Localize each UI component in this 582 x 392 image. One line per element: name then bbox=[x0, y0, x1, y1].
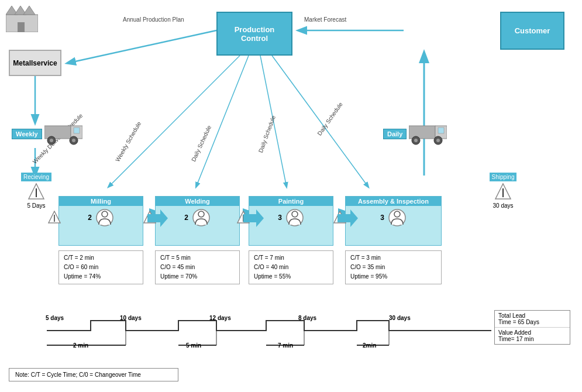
timeline-min-2: 2 min bbox=[73, 342, 88, 349]
milling-co: C/O = 60 min bbox=[64, 263, 138, 272]
recieving-label: Recieving bbox=[21, 173, 51, 181]
note-box: Note: C/T = Cycle Time; C/0 = Changeover… bbox=[9, 368, 178, 381]
milling-header: Milling bbox=[59, 197, 143, 206]
market-forecast-label: Market Forecast bbox=[304, 16, 346, 23]
painting-ct: C/T = 7 min bbox=[254, 253, 328, 263]
svg-rect-25 bbox=[44, 126, 71, 139]
welding-body: 2 bbox=[156, 206, 239, 229]
timeline-min-2b: 2min bbox=[363, 342, 376, 349]
push-arrow-3 bbox=[338, 209, 358, 228]
painting-header: Painting bbox=[249, 197, 333, 206]
svg-rect-32 bbox=[409, 126, 435, 139]
svg-line-1 bbox=[67, 30, 216, 63]
shipping-label: Shipping bbox=[490, 173, 517, 181]
milling-body: 2 bbox=[59, 206, 143, 229]
welding-metrics: C/T = 5 min C/O = 45 min Uptime = 70% bbox=[155, 250, 240, 284]
shipping-triangle bbox=[480, 183, 526, 201]
daily-schedule-label-1: Daily Schedule bbox=[190, 125, 212, 163]
svg-line-8 bbox=[272, 56, 369, 187]
timeline-min-5: 5 min bbox=[186, 342, 201, 349]
value-added-row: Value AddedTime= 17 min bbox=[495, 328, 570, 344]
svg-marker-61 bbox=[338, 209, 358, 227]
welding-operator-icon bbox=[192, 208, 211, 227]
svg-line-5 bbox=[108, 56, 240, 187]
assembly-header: Assembly & Inspection bbox=[346, 197, 441, 206]
daily-schedule-label-3: Daily Schedule bbox=[316, 101, 343, 137]
svg-point-44 bbox=[102, 211, 108, 217]
svg-point-56 bbox=[394, 211, 400, 217]
total-lead-row: Total LeadTime = 65 Days bbox=[495, 311, 570, 328]
assembly-body: 3 bbox=[346, 206, 441, 229]
milling-metrics: C/T = 2 min C/O = 60 min Uptime = 74% bbox=[58, 250, 143, 284]
assembly-uptime: Uptime = 95% bbox=[350, 272, 436, 281]
timeline-days-5: 5 days bbox=[46, 315, 64, 321]
assembly-box: Assembly & Inspection 3 bbox=[345, 196, 442, 246]
svg-line-6 bbox=[196, 56, 249, 187]
push-arrow-1 bbox=[147, 209, 168, 228]
assembly-operators: 3 bbox=[380, 214, 384, 222]
painting-uptime: Uptime = 55% bbox=[254, 272, 328, 281]
timeline-days-10: 10 days bbox=[120, 315, 142, 321]
svg-point-38 bbox=[436, 139, 440, 142]
painting-co: C/O = 40 min bbox=[254, 263, 328, 272]
painting-metrics: C/T = 7 min C/O = 40 min Uptime = 55% bbox=[249, 250, 333, 284]
svg-point-29 bbox=[50, 139, 53, 142]
svg-rect-34 bbox=[438, 128, 444, 133]
welding-ct: C/T = 5 min bbox=[160, 253, 235, 263]
svg-point-48 bbox=[198, 211, 204, 217]
assembly-operator-icon bbox=[388, 208, 407, 227]
daily-label: Daily bbox=[383, 129, 407, 139]
welding-uptime: Uptime = 70% bbox=[160, 272, 235, 281]
svg-rect-27 bbox=[74, 128, 80, 133]
svg-point-31 bbox=[72, 139, 75, 142]
days-5-label: 5 Days bbox=[13, 202, 60, 209]
push-arrow-2 bbox=[243, 209, 264, 228]
daily-truck: Daily bbox=[383, 123, 447, 145]
svg-point-52 bbox=[292, 211, 298, 217]
welding-header: Welding bbox=[156, 197, 239, 206]
production-control-box: Production Control bbox=[216, 12, 292, 56]
daily-schedule-label-2: Daily Schedule bbox=[257, 115, 277, 153]
milling-inv-left bbox=[48, 211, 61, 225]
weekly-schedule-label: Weekly Schedule bbox=[114, 121, 142, 163]
welding-operators: 2 bbox=[184, 214, 188, 222]
weekly-truck: Weekly bbox=[12, 123, 82, 145]
assembly-co: C/O = 35 min bbox=[350, 263, 436, 272]
metalservice-box: Metallservice bbox=[9, 50, 61, 76]
welding-co: C/O = 45 min bbox=[160, 263, 235, 272]
customer-box: Customer bbox=[500, 12, 564, 50]
painting-operator-icon bbox=[285, 208, 304, 227]
painting-operators: 3 bbox=[278, 214, 282, 222]
factory-icon-supplier bbox=[6, 5, 38, 32]
summary-box: Total LeadTime = 65 Days Value AddedTime… bbox=[494, 310, 570, 345]
milling-ct: C/T = 2 min bbox=[64, 253, 138, 263]
days-30-label: 30 days bbox=[480, 202, 526, 209]
timeline-days-8: 8 days bbox=[298, 315, 316, 321]
shipping-area: Shipping 30 days bbox=[480, 173, 526, 209]
milling-box: Milling 2 bbox=[58, 196, 143, 246]
svg-marker-59 bbox=[147, 209, 168, 227]
assembly-ct: C/T = 3 min bbox=[350, 253, 436, 263]
assembly-metrics: C/T = 3 min C/O = 35 min Uptime = 95% bbox=[345, 250, 442, 284]
timeline-days-30: 30 days bbox=[389, 315, 411, 321]
svg-point-36 bbox=[414, 139, 418, 142]
milling-uptime: Uptime = 74% bbox=[64, 272, 138, 281]
svg-marker-60 bbox=[243, 209, 264, 227]
recieving-triangle bbox=[13, 183, 60, 201]
milling-operator-icon bbox=[95, 208, 114, 227]
weekly-label: Weekly bbox=[12, 129, 42, 139]
recieving-area: Recieving 5 Days bbox=[13, 173, 60, 209]
timeline-min-7: 7 min bbox=[278, 342, 293, 349]
annual-plan-label: Annual Production Plan bbox=[123, 16, 184, 23]
milling-operators: 2 bbox=[88, 214, 92, 222]
timeline-days-12: 12 days bbox=[209, 315, 231, 321]
